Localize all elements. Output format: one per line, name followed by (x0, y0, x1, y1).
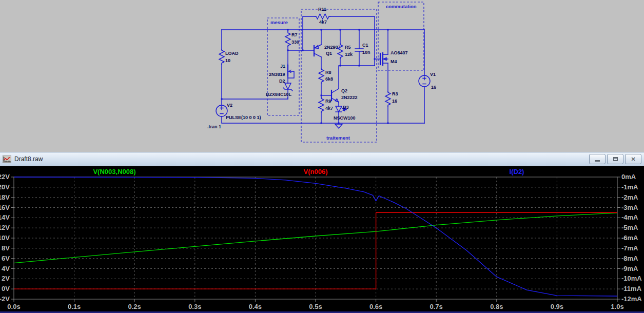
schematic-canvas[interactable]: mesure traitement commutation (0, 0, 644, 152)
component-ref[interactable]: Q1 (326, 51, 332, 56)
right-axis-tick-label: -1mA (621, 183, 638, 191)
component-ref[interactable]: D2 (279, 79, 285, 84)
left-axis-tick-label: 22V (0, 173, 10, 181)
right-axis-tick-label: -5mA (621, 224, 638, 231)
component-value[interactable]: 2N3819 (269, 72, 285, 77)
component-value[interactable]: BZX84C10L (266, 92, 292, 97)
trace-label-v-n006-[interactable]: V(n006) (304, 168, 328, 175)
component-value[interactable]: 330 (291, 40, 299, 45)
left-axis-tick-label: -2V (0, 295, 10, 303)
component-value[interactable]: PULSE(10 0 0 1) (226, 115, 261, 120)
component-ref[interactable]: LOAD (225, 51, 239, 56)
component-value[interactable]: 10n (362, 50, 370, 55)
x-axis-tick-label: 0.2s (128, 303, 141, 310)
component-ref[interactable]: J1 (280, 64, 285, 69)
component-value[interactable]: 12k (345, 52, 353, 57)
x-axis-tick-label: 0.4s (249, 303, 262, 310)
component-ref[interactable]: R9 (325, 99, 331, 104)
component-ref[interactable]: M4 (391, 59, 397, 64)
restore-icon (613, 157, 618, 161)
processing-box-label[interactable]: traitement (326, 135, 350, 141)
left-axis-tick-label: 18V (0, 193, 10, 201)
component-ref[interactable]: V1 (430, 72, 436, 77)
right-axis-tick-label: -12mA (621, 295, 642, 303)
left-axis-tick-label: 0V (2, 285, 10, 292)
close-icon: ✕ (631, 156, 635, 162)
component-value[interactable]: 2N2222 (341, 95, 358, 100)
x-axis-tick-label: 0.3s (188, 303, 201, 310)
component-ref[interactable]: R8 (325, 70, 331, 75)
left-axis-tick-label: 4V (2, 265, 10, 272)
spice-directive[interactable]: .tran 1 (207, 124, 221, 129)
component-ref[interactable]: R7 (291, 32, 298, 37)
component-ref[interactable]: R11 (318, 7, 326, 12)
right-axis-tick-label: -8mA (621, 255, 638, 262)
left-axis-tick-label: 16V (0, 204, 10, 211)
component-value[interactable]: 4k7 (319, 19, 327, 25)
x-axis-tick-label: 0.5s (309, 303, 322, 310)
ltspice-window: mesure traitement commutation (0, 0, 644, 313)
component-ref[interactable]: C1 (362, 43, 368, 48)
left-axis-tick-label: 12V (0, 224, 10, 231)
right-axis-tick-label: -10mA (621, 275, 642, 282)
left-axis-tick-label: 14V (0, 213, 10, 221)
restore-button[interactable] (607, 154, 623, 164)
right-axis-tick-label: -4mA (621, 213, 638, 221)
waveform-window-titlebar[interactable]: Draft8.raw ✕ (0, 152, 644, 166)
component-value[interactable]: 10 (225, 58, 230, 63)
component-value[interactable]: 16 (431, 85, 436, 90)
right-axis-tick-label: -7mA (621, 244, 638, 252)
right-axis-tick-label: -6mA (621, 234, 638, 242)
component-ref[interactable]: Q2 (341, 88, 347, 93)
waveform-plot[interactable]: 22V20V18V16V14V12V10V8V6V4V2V0V-2V0mA-1m… (0, 166, 644, 313)
left-axis-tick-label: 2V (2, 275, 10, 282)
right-axis-tick-label: -2mA (621, 193, 638, 201)
right-axis-tick-label: -11mA (621, 285, 642, 292)
waveform-window-title: Draft8.raw (14, 155, 43, 163)
trace-label-i-d2-[interactable]: I(D2) (510, 168, 524, 175)
left-axis-tick-label: 8V (2, 244, 10, 252)
component-value[interactable]: NSCW100 (334, 115, 356, 121)
minimize-button[interactable] (589, 154, 606, 164)
x-axis-tick-label: 0.6s (369, 303, 382, 310)
component-value[interactable]: 6k8 (325, 76, 333, 82)
component-value[interactable]: AO6407 (391, 50, 408, 55)
component-ref[interactable]: R3 (392, 91, 398, 96)
measure-box-label[interactable]: mesure (270, 19, 288, 25)
right-axis-tick-label: -3mA (621, 204, 638, 211)
x-axis-tick-label: 1.0s (611, 303, 623, 310)
minimize-icon (595, 160, 600, 162)
switching-box-label[interactable]: commutation (386, 4, 417, 9)
left-axis-tick-label: 10V (0, 234, 10, 242)
component-ref[interactable]: V2 (227, 103, 232, 108)
waveform-plot-area[interactable]: 22V20V18V16V14V12V10V8V6V4V2V0V-2V0mA-1m… (0, 166, 644, 313)
right-axis-tick-label: -9mA (621, 265, 638, 272)
x-axis-tick-label: 0.8s (490, 303, 503, 310)
component-value[interactable]: 16 (392, 99, 397, 104)
right-axis-tick-label: 0mA (621, 173, 636, 181)
component-ref[interactable]: D3 (343, 105, 349, 110)
x-axis-tick-label: 0.7s (430, 303, 443, 310)
x-axis-tick-label: 0.0s (7, 303, 20, 310)
trace-label-v-n003-n008-[interactable]: V(N003,N008) (93, 168, 135, 175)
waveform-file-icon (3, 155, 11, 163)
close-button[interactable]: ✕ (625, 154, 641, 164)
left-axis-tick-label: 6V (2, 255, 10, 262)
component-ref[interactable]: R5 (345, 45, 351, 50)
left-axis-tick-label: 20V (0, 183, 10, 191)
component-value[interactable]: 4k7 (325, 106, 333, 111)
x-axis-tick-label: 0.9s (551, 303, 563, 310)
x-axis-tick-label: 0.1s (68, 303, 81, 310)
